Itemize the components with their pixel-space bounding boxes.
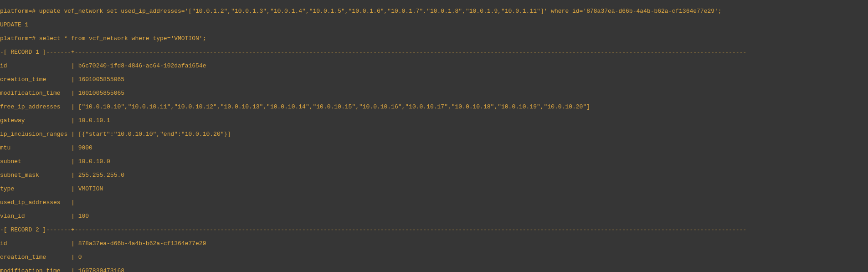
- record-separator: -[ RECORD 2 ]-------+-------------------…: [0, 226, 868, 233]
- field-id: id | b6c70240-1fd8-4846-ac64-102dafa1654…: [0, 62, 868, 69]
- field-id: id | 878a37ea-d66b-4a4b-b62a-cf1364e77e2…: [0, 240, 868, 247]
- field-gateway: gateway | 10.0.10.1: [0, 117, 868, 124]
- field-used-ip-addresses: used_ip_addresses |: [0, 199, 868, 206]
- terminal-line: platform=# select * from vcf_network whe…: [0, 35, 868, 42]
- field-ip-inclusion-ranges: ip_inclusion_ranges | [{"start":"10.0.10…: [0, 131, 868, 138]
- terminal-line: UPDATE 1: [0, 21, 868, 28]
- field-mtu: mtu | 9000: [0, 144, 868, 151]
- field-creation-time: creation_time | 1601005855065: [0, 76, 868, 83]
- record-separator: -[ RECORD 1 ]-------+-------------------…: [0, 49, 868, 56]
- field-modification-time: modification_time | 1601005855065: [0, 90, 868, 97]
- field-vlan-id: vlan_id | 100: [0, 213, 868, 220]
- field-free-ip-addresses: free_ip_addresses | ["10.0.10.10","10.0.…: [0, 103, 868, 110]
- field-subnet-mask: subnet_mask | 255.255.255.0: [0, 172, 868, 179]
- terminal-output: platform=# update vcf_network set used_i…: [0, 0, 868, 272]
- terminal-line: platform=# update vcf_network set used_i…: [0, 8, 868, 15]
- field-subnet: subnet | 10.0.10.0: [0, 158, 868, 165]
- field-type: type | VMOTION: [0, 185, 868, 192]
- field-creation-time: creation_time | 0: [0, 254, 868, 261]
- field-modification-time: modification_time | 1607830473168: [0, 267, 868, 272]
